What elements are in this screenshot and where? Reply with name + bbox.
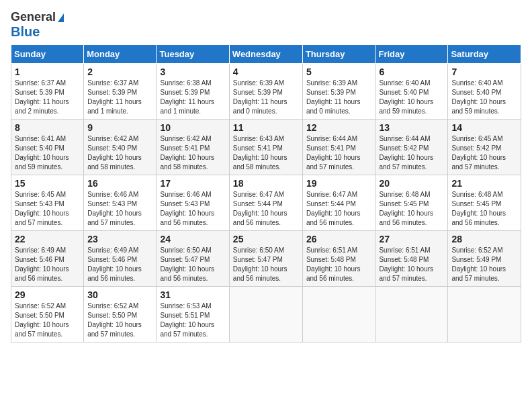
day-number: 31 xyxy=(160,289,225,300)
day-number: 5 xyxy=(306,66,372,77)
calendar-cell: 4Sunrise: 6:39 AM Sunset: 5:39 PM Daylig… xyxy=(229,63,302,119)
calendar-cell: 18Sunrise: 6:47 AM Sunset: 5:44 PM Dayli… xyxy=(229,175,302,230)
day-detail: Sunrise: 6:50 AM Sunset: 5:47 PM Dayligh… xyxy=(160,246,225,283)
day-detail: Sunrise: 6:51 AM Sunset: 5:48 PM Dayligh… xyxy=(379,246,444,283)
day-detail: Sunrise: 6:44 AM Sunset: 5:42 PM Dayligh… xyxy=(379,134,444,172)
calendar-table: SundayMondayTuesdayWednesdayThursdayFrid… xyxy=(11,44,521,342)
day-detail: Sunrise: 6:42 AM Sunset: 5:41 PM Dayligh… xyxy=(160,134,225,172)
calendar-cell: 11Sunrise: 6:43 AM Sunset: 5:41 PM Dayli… xyxy=(229,119,302,175)
calendar-cell: 3Sunrise: 6:38 AM Sunset: 5:39 PM Daylig… xyxy=(157,63,229,119)
calendar-cell: 19Sunrise: 6:47 AM Sunset: 5:44 PM Dayli… xyxy=(302,175,375,230)
day-number: 27 xyxy=(379,234,444,244)
weekday-sunday: Sunday xyxy=(11,44,84,63)
calendar-cell: 17Sunrise: 6:46 AM Sunset: 5:43 PM Dayli… xyxy=(157,175,229,230)
weekday-thursday: Thursday xyxy=(302,44,375,63)
day-detail: Sunrise: 6:47 AM Sunset: 5:44 PM Dayligh… xyxy=(233,190,299,228)
calendar-cell: 29Sunrise: 6:52 AM Sunset: 5:50 PM Dayli… xyxy=(11,286,84,342)
day-number: 20 xyxy=(379,178,444,189)
day-number: 19 xyxy=(306,178,372,189)
day-detail: Sunrise: 6:52 AM Sunset: 5:50 PM Dayligh… xyxy=(15,302,80,339)
day-number: 2 xyxy=(87,66,152,77)
calendar-cell xyxy=(302,286,375,342)
weekday-monday: Monday xyxy=(84,44,157,63)
calendar-cell: 6Sunrise: 6:40 AM Sunset: 5:40 PM Daylig… xyxy=(375,63,448,119)
day-detail: Sunrise: 6:39 AM Sunset: 5:39 PM Dayligh… xyxy=(306,79,372,116)
day-number: 30 xyxy=(87,289,152,300)
calendar-cell: 8Sunrise: 6:41 AM Sunset: 5:40 PM Daylig… xyxy=(11,119,84,175)
day-detail: Sunrise: 6:47 AM Sunset: 5:44 PM Dayligh… xyxy=(306,190,372,228)
page-header: General Blue xyxy=(11,11,521,39)
day-detail: Sunrise: 6:41 AM Sunset: 5:40 PM Dayligh… xyxy=(15,134,80,172)
calendar-cell: 14Sunrise: 6:45 AM Sunset: 5:42 PM Dayli… xyxy=(448,119,521,175)
day-number: 13 xyxy=(379,122,444,133)
day-number: 24 xyxy=(160,234,225,244)
day-number: 18 xyxy=(233,178,299,189)
day-detail: Sunrise: 6:45 AM Sunset: 5:42 PM Dayligh… xyxy=(451,134,517,172)
day-number: 9 xyxy=(87,122,152,133)
day-number: 6 xyxy=(379,66,444,77)
day-detail: Sunrise: 6:44 AM Sunset: 5:41 PM Dayligh… xyxy=(306,134,372,172)
day-detail: Sunrise: 6:38 AM Sunset: 5:39 PM Dayligh… xyxy=(160,79,225,116)
day-number: 14 xyxy=(451,122,517,133)
calendar-cell: 13Sunrise: 6:44 AM Sunset: 5:42 PM Dayli… xyxy=(375,119,448,175)
day-number: 1 xyxy=(15,66,80,77)
day-number: 16 xyxy=(87,178,152,189)
day-detail: Sunrise: 6:52 AM Sunset: 5:49 PM Dayligh… xyxy=(451,246,517,283)
calendar-cell: 25Sunrise: 6:50 AM Sunset: 5:47 PM Dayli… xyxy=(229,230,302,286)
calendar-cell: 30Sunrise: 6:52 AM Sunset: 5:50 PM Dayli… xyxy=(84,286,157,342)
day-detail: Sunrise: 6:51 AM Sunset: 5:48 PM Dayligh… xyxy=(306,246,372,283)
day-detail: Sunrise: 6:46 AM Sunset: 5:43 PM Dayligh… xyxy=(87,190,152,228)
calendar-cell: 20Sunrise: 6:48 AM Sunset: 5:45 PM Dayli… xyxy=(375,175,448,230)
day-detail: Sunrise: 6:40 AM Sunset: 5:40 PM Dayligh… xyxy=(451,79,517,116)
calendar-cell: 1Sunrise: 6:37 AM Sunset: 5:39 PM Daylig… xyxy=(11,63,84,119)
day-detail: Sunrise: 6:52 AM Sunset: 5:50 PM Dayligh… xyxy=(87,302,152,339)
day-detail: Sunrise: 6:37 AM Sunset: 5:39 PM Dayligh… xyxy=(87,79,152,116)
day-number: 17 xyxy=(160,178,225,189)
day-detail: Sunrise: 6:43 AM Sunset: 5:41 PM Dayligh… xyxy=(233,134,299,172)
calendar-cell: 28Sunrise: 6:52 AM Sunset: 5:49 PM Dayli… xyxy=(448,230,521,286)
day-number: 4 xyxy=(233,66,299,77)
day-detail: Sunrise: 6:46 AM Sunset: 5:43 PM Dayligh… xyxy=(160,190,225,228)
day-number: 21 xyxy=(451,178,517,189)
day-number: 10 xyxy=(160,122,225,133)
calendar-cell: 23Sunrise: 6:49 AM Sunset: 5:46 PM Dayli… xyxy=(84,230,157,286)
calendar-cell: 12Sunrise: 6:44 AM Sunset: 5:41 PM Dayli… xyxy=(302,119,375,175)
day-number: 3 xyxy=(160,66,225,77)
day-detail: Sunrise: 6:50 AM Sunset: 5:47 PM Dayligh… xyxy=(233,246,299,283)
calendar-cell: 24Sunrise: 6:50 AM Sunset: 5:47 PM Dayli… xyxy=(157,230,229,286)
calendar-cell: 9Sunrise: 6:42 AM Sunset: 5:40 PM Daylig… xyxy=(84,119,157,175)
day-number: 26 xyxy=(306,234,372,244)
day-number: 25 xyxy=(233,234,299,244)
weekday-tuesday: Tuesday xyxy=(157,44,229,63)
day-detail: Sunrise: 6:53 AM Sunset: 5:51 PM Dayligh… xyxy=(160,302,225,339)
weekday-wednesday: Wednesday xyxy=(229,44,302,63)
calendar-cell: 21Sunrise: 6:48 AM Sunset: 5:45 PM Dayli… xyxy=(448,175,521,230)
logo-blue: Blue xyxy=(11,24,40,39)
day-detail: Sunrise: 6:48 AM Sunset: 5:45 PM Dayligh… xyxy=(451,190,517,228)
calendar-cell: 5Sunrise: 6:39 AM Sunset: 5:39 PM Daylig… xyxy=(302,63,375,119)
calendar-cell: 27Sunrise: 6:51 AM Sunset: 5:48 PM Dayli… xyxy=(375,230,448,286)
day-detail: Sunrise: 6:48 AM Sunset: 5:45 PM Dayligh… xyxy=(379,190,444,228)
day-detail: Sunrise: 6:39 AM Sunset: 5:39 PM Dayligh… xyxy=(233,79,299,116)
day-detail: Sunrise: 6:49 AM Sunset: 5:46 PM Dayligh… xyxy=(15,246,80,283)
calendar-cell: 2Sunrise: 6:37 AM Sunset: 5:39 PM Daylig… xyxy=(84,63,157,119)
day-number: 12 xyxy=(306,122,372,133)
weekday-friday: Friday xyxy=(375,44,448,63)
day-number: 22 xyxy=(15,234,80,244)
day-detail: Sunrise: 6:37 AM Sunset: 5:39 PM Dayligh… xyxy=(15,79,80,116)
weekday-saturday: Saturday xyxy=(448,44,521,63)
calendar-cell: 10Sunrise: 6:42 AM Sunset: 5:41 PM Dayli… xyxy=(157,119,229,175)
logo: General Blue xyxy=(11,11,64,39)
day-detail: Sunrise: 6:49 AM Sunset: 5:46 PM Dayligh… xyxy=(87,246,152,283)
calendar-cell: 7Sunrise: 6:40 AM Sunset: 5:40 PM Daylig… xyxy=(448,63,521,119)
calendar-cell: 31Sunrise: 6:53 AM Sunset: 5:51 PM Dayli… xyxy=(157,286,229,342)
logo-text: General xyxy=(11,11,64,24)
day-detail: Sunrise: 6:45 AM Sunset: 5:43 PM Dayligh… xyxy=(15,190,80,228)
day-number: 23 xyxy=(87,234,152,244)
calendar-cell: 22Sunrise: 6:49 AM Sunset: 5:46 PM Dayli… xyxy=(11,230,84,286)
day-detail: Sunrise: 6:40 AM Sunset: 5:40 PM Dayligh… xyxy=(379,79,444,116)
day-number: 28 xyxy=(451,234,517,244)
day-number: 7 xyxy=(451,66,517,77)
calendar-cell xyxy=(448,286,521,342)
day-number: 8 xyxy=(15,122,80,133)
